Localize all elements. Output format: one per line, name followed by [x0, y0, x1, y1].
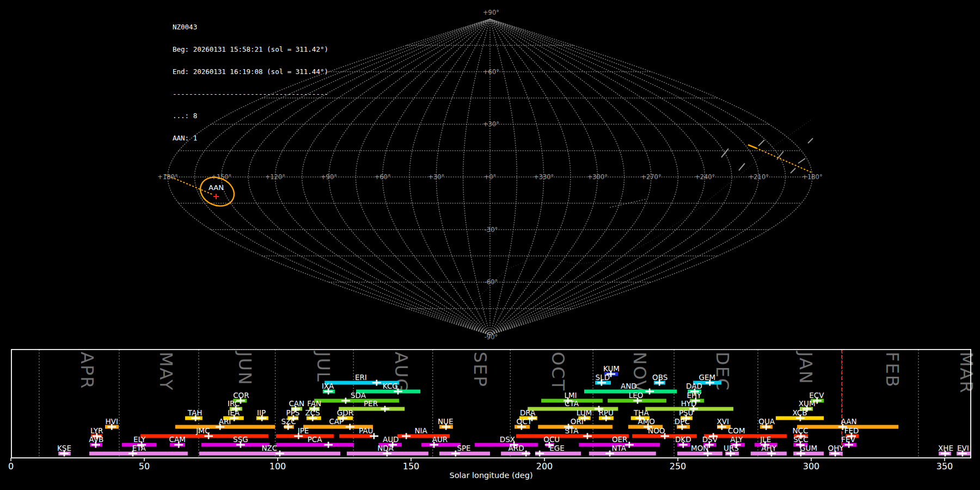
- shower-code-label-FAN: FAN: [307, 399, 321, 408]
- shower-code-label-AVB: AVB: [89, 435, 103, 444]
- longitude-label: +180°: [802, 173, 822, 181]
- shower-code-label-OER: OER: [612, 435, 628, 444]
- shower-code-label-GEM: GEM: [699, 373, 716, 382]
- sky-map-and-timeline: +180°+150°+120°+90°+60°+30°+0°+330°+300°…: [0, 0, 980, 490]
- shower-activity-bar-NTA: [589, 452, 656, 456]
- shower-activity-bar-DSX: [475, 443, 538, 447]
- radiant-code-label: AAN: [209, 183, 224, 192]
- month-label: MAY: [156, 352, 176, 391]
- shower-code-label-URS: URS: [724, 444, 739, 452]
- shower-activity-bar-SPE: [439, 452, 490, 456]
- shower-activity-bar-NZC: [199, 452, 340, 456]
- shower-code-label-ZCS: ZCS: [305, 408, 320, 417]
- shower-code-label-OCT: OCT: [517, 417, 532, 426]
- shower-code-label-PCA: PCA: [308, 435, 323, 444]
- month-label: MAR: [956, 352, 977, 394]
- x-axis-tick-label: 300: [803, 461, 820, 471]
- shower-code-label-ARD: ARD: [509, 444, 524, 452]
- latitude-label: -60°: [485, 278, 498, 286]
- shower-code-label-QUA: QUA: [758, 417, 775, 426]
- shower-code-label-HYD: HYD: [681, 399, 697, 408]
- shower-code-label-DSV: DSV: [702, 435, 718, 444]
- x-axis-tick-label: 100: [270, 461, 286, 471]
- month-label: FEB: [882, 352, 903, 388]
- shower-code-label-NIA: NIA: [414, 426, 427, 435]
- shower-code-label-NZC: NZC: [261, 444, 277, 452]
- station-id: NZ0043: [173, 23, 328, 31]
- shower-code-label-OHY: OHY: [828, 444, 844, 452]
- shower-code-label-LYR: LYR: [90, 426, 103, 435]
- shower-activity-bar-MON: [677, 452, 722, 456]
- shower-code-label-NCC: NCC: [792, 426, 808, 435]
- longitude-label: +60°: [375, 173, 391, 181]
- shower-code-label-EGE: EGE: [549, 444, 565, 452]
- x-axis-tick-label: 350: [936, 461, 953, 471]
- shower-code-label-PAU: PAU: [359, 426, 373, 435]
- shower-code-label-DAD: DAD: [686, 382, 702, 390]
- shower-activity-bar-ARI: [175, 425, 275, 429]
- month-label: JAN: [795, 351, 816, 385]
- shower-code-label-DRA: DRA: [520, 408, 536, 417]
- shower-code-label-MON: MON: [691, 444, 708, 452]
- shower-code-label-CTA: CTA: [565, 399, 579, 408]
- sporadic-meteor-trail: [721, 149, 728, 157]
- shower-code-label-RPU: RPU: [598, 408, 613, 417]
- x-axis-title: Solar longitude (deg): [449, 471, 532, 480]
- latitude-label: +30°: [483, 120, 499, 128]
- shower-code-label-ARI: ARI: [219, 417, 231, 426]
- shower-code-label-FEV: FEV: [841, 435, 855, 444]
- month-label: APR: [77, 352, 97, 389]
- shower-code-label-PER: PER: [364, 399, 378, 408]
- shower-code-label-COM: COM: [728, 426, 745, 435]
- shower-code-label-SLD: SLD: [596, 373, 610, 382]
- longitude-label: +330°: [534, 173, 554, 181]
- shower-code-label-ERI: ERI: [355, 373, 367, 382]
- month-label: JUN: [235, 351, 255, 386]
- month-label: DEC: [712, 352, 733, 391]
- shower-code-label-PSU: PSU: [679, 408, 694, 417]
- shower-code-label-COR: COR: [233, 391, 249, 400]
- shower-code-label-NOO: NOO: [648, 426, 665, 435]
- longitude-label: +120°: [265, 173, 285, 181]
- shower-code-label-LMI: LMI: [564, 391, 577, 400]
- separator-line: --------------------------------------: [173, 90, 328, 98]
- shower-code-label-LEO: LEO: [629, 391, 644, 400]
- shower-code-label-ELY: ELY: [133, 435, 146, 444]
- shower-code-label-SDA: SDA: [351, 391, 366, 400]
- shower-code-label-SSG: SSG: [233, 435, 248, 444]
- shower-code-label-XVI: XVI: [717, 417, 729, 426]
- begin-time-line: Beg: 20260131 15:58:21 (sol = 311.42°): [173, 46, 328, 53]
- shower-code-label-FED: FED: [844, 426, 859, 435]
- shower-activity-bar-SDA: [314, 399, 399, 403]
- aan-count: AAN: 1: [173, 134, 328, 142]
- x-axis-tick-label: 0: [8, 461, 14, 471]
- shower-code-label-AAN: AAN: [841, 417, 857, 426]
- shower-code-label-EHY: EHY: [687, 391, 702, 400]
- longitude-label: +30°: [428, 173, 444, 181]
- longitude-label: +210°: [749, 173, 769, 181]
- x-axis-tick-label: 50: [139, 461, 150, 471]
- shower-code-label-XUM: XUM: [799, 399, 816, 408]
- latitude-label: +90°: [483, 9, 499, 16]
- shower-code-label-NTA: NTA: [611, 444, 626, 452]
- x-axis-tick-label: 150: [403, 461, 420, 471]
- shower-code-label-DSX: DSX: [500, 435, 515, 444]
- shower-code-label-NDA: NDA: [377, 444, 394, 452]
- shower-code-label-IXA: IXA: [322, 382, 334, 390]
- shower-code-label-THA: THA: [633, 408, 649, 417]
- longitude-label: +90°: [321, 173, 337, 181]
- shower-activity-bar-PCA: [276, 443, 354, 447]
- shower-code-label-TAH: TAH: [187, 408, 203, 417]
- faint-plane-curve: [474, 120, 811, 302]
- end-time-line: End: 20260131 16:19:08 (sol = 311.44°): [173, 68, 328, 76]
- longitude-label: +240°: [695, 173, 715, 181]
- shower-code-label-KSE: KSE: [57, 444, 71, 452]
- shower-code-label-ECV: ECV: [809, 391, 824, 400]
- shower-code-label-OCU: OCU: [543, 435, 560, 444]
- shower-activity-bar-SSG: [201, 443, 270, 447]
- shower-timeline-chart: APRMAYJUNJULAUGSEPOCTNOVDECJANFEBMARKUME…: [8, 350, 977, 480]
- shower-code-label-GUM: GUM: [800, 444, 817, 452]
- shower-code-label-AHY: AHY: [761, 444, 776, 452]
- shower-code-label-PPS: PPS: [286, 408, 300, 417]
- month-label: JUL: [313, 351, 334, 383]
